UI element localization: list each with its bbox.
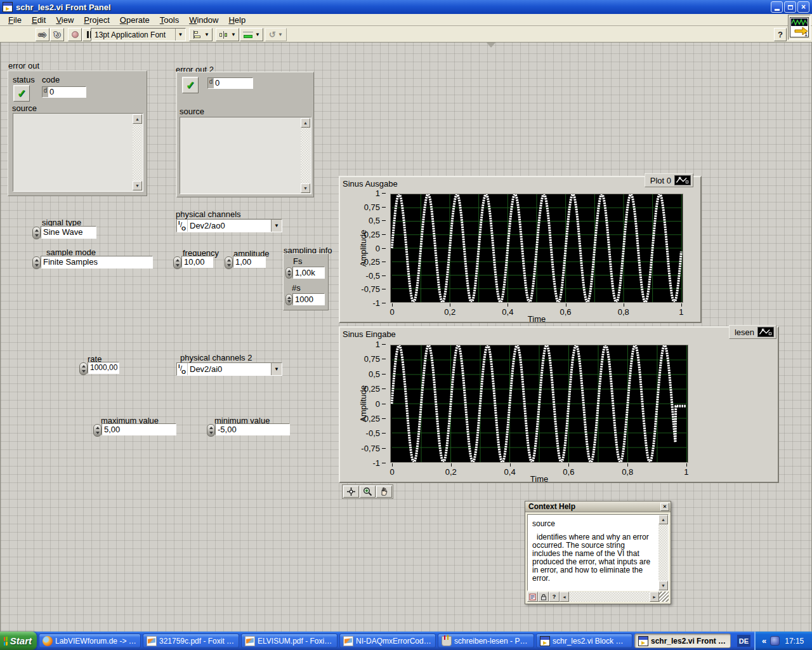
abort-button[interactable]	[68, 28, 82, 41]
taskbar-task-front-panel[interactable]: schr_les2.vi Front Pa...	[634, 633, 731, 648]
maximum-value-field[interactable]: 5,00	[102, 423, 176, 435]
taskbar-task-foxit-2[interactable]: ELVISUM.pdf - Foxit Re...	[241, 633, 337, 648]
scroll-down-icon[interactable]: ▼	[133, 181, 142, 190]
chevron-down-icon[interactable]: ▼	[271, 363, 282, 375]
menu-window[interactable]: Window	[185, 15, 223, 25]
reorder-button[interactable]: ↺ ▼	[265, 28, 287, 41]
lock-help-button[interactable]	[538, 592, 549, 602]
scrollbar-track[interactable]	[569, 592, 650, 602]
vertical-scrollbar[interactable]: ▲ ▼	[133, 114, 142, 190]
radix-indicator[interactable]: d	[208, 78, 214, 88]
tray-app-icon[interactable]	[770, 636, 780, 646]
scroll-up-icon[interactable]: ▲	[133, 114, 142, 124]
y-tick: 0,75	[358, 203, 386, 211]
signal-type-ring[interactable]: Sine Wave	[41, 226, 96, 239]
amplitude-stepper[interactable]	[225, 256, 233, 269]
chevron-down-icon[interactable]: ▼	[271, 220, 282, 232]
vi-icon[interactable]: 1	[788, 15, 811, 40]
fs-field[interactable]: 1,00k	[292, 267, 325, 279]
graph-palette	[342, 484, 393, 499]
run-continuously-button[interactable]: ↻	[50, 28, 64, 41]
scroll-down-icon[interactable]: ▼	[658, 581, 668, 590]
rate-field[interactable]: 1000,00	[88, 362, 119, 374]
radix-indicator[interactable]: d	[43, 87, 48, 97]
vi-icon-image: 1	[790, 17, 809, 37]
scroll-down-icon[interactable]: ▼	[301, 183, 310, 193]
taskbar-task-paint[interactable]: schreiben-lesen - Paint	[438, 633, 534, 648]
minimize-button[interactable]	[771, 1, 783, 13]
font-selector[interactable]: 13pt Application Font ▼	[91, 28, 186, 41]
fs-stepper[interactable]	[285, 267, 292, 279]
error-code-field[interactable]: d 0	[42, 86, 86, 98]
physical-channels-2-combo[interactable]: I/O Dev2/ai0 ▼	[176, 362, 282, 376]
context-help-titlebar[interactable]: Context Help ×	[525, 501, 671, 512]
error-2-status-indicator[interactable]: ✓	[182, 77, 199, 93]
pan-tool-button[interactable]	[376, 486, 392, 498]
start-button[interactable]: Start	[0, 632, 37, 650]
menu-operate[interactable]: Operate	[115, 15, 154, 25]
scroll-up-icon[interactable]: ▲	[301, 118, 310, 128]
menu-tools[interactable]: Tools	[155, 15, 183, 25]
error-2-code-field[interactable]: d 0	[207, 77, 253, 89]
task-label: schreiben-lesen - Paint	[454, 637, 530, 646]
close-icon[interactable]: ×	[660, 503, 669, 511]
clock[interactable]: 17:15	[785, 637, 804, 646]
taskbar-task-foxit-3[interactable]: NI-DAQmxErrorCodes.p...	[339, 633, 436, 648]
waveform-plot-area[interactable]	[390, 194, 683, 303]
horizontal-scrollbar[interactable]: ◄ ►	[560, 592, 659, 602]
physical-channels-combo[interactable]: I/O Dev2/ao0 ▼	[176, 219, 282, 232]
maximum-value-stepper[interactable]	[93, 424, 102, 437]
menu-file[interactable]: File	[4, 15, 26, 25]
sample-mode-stepper[interactable]	[32, 256, 41, 269]
tray-chevron-icon[interactable]: «	[762, 636, 766, 646]
align-objects-button[interactable]: ▼	[189, 28, 213, 41]
taskbar-task-foxit-1[interactable]: 321759c.pdf - Foxit Re...	[143, 633, 239, 648]
vertical-scrollbar[interactable]: ▲ ▼	[301, 118, 310, 193]
window-titlebar[interactable]: schr_les2.vi Front Panel ×	[0, 0, 812, 14]
resize-grip[interactable]	[659, 592, 669, 602]
ns-stepper[interactable]	[285, 294, 292, 305]
minimum-value-stepper[interactable]	[207, 424, 215, 437]
align-objects-icon	[192, 30, 202, 39]
rate-stepper[interactable]	[79, 362, 88, 375]
y-axis-ticks: 1 0,75 0,5 0,25 0 -0,25 -0,5 -0,75 -1	[358, 340, 386, 467]
io-icon: I/O	[177, 363, 188, 375]
ns-field[interactable]: 1000	[292, 293, 325, 305]
detailed-help-button[interactable]	[527, 592, 538, 602]
minimum-value-field[interactable]: -5,00	[215, 423, 290, 435]
resize-objects-button[interactable]: ▼	[240, 28, 263, 41]
context-help-toggle-button[interactable]: ?	[774, 28, 787, 41]
scroll-right-icon[interactable]: ►	[650, 592, 659, 602]
taskbar-task-block-diagram[interactable]: schr_les2.vi Block Diagram	[536, 633, 632, 648]
menu-help[interactable]: Help	[224, 15, 250, 25]
plot-legend-icon	[674, 175, 691, 185]
restore-button[interactable]	[784, 1, 796, 13]
taskbar-task-firefox[interactable]: LabVIEWforum.de -> N...	[39, 633, 141, 648]
scroll-up-icon[interactable]: ▲	[658, 515, 668, 524]
menu-view[interactable]: View	[51, 15, 78, 25]
language-indicator[interactable]: DE	[737, 635, 750, 647]
distribute-objects-button[interactable]: ▼	[216, 28, 239, 41]
waveform-plot-area[interactable]	[390, 345, 688, 463]
menu-edit[interactable]: Edit	[27, 15, 50, 25]
frequency-stepper[interactable]	[173, 256, 181, 269]
error-2-source-textarea[interactable]: ▲ ▼	[180, 117, 311, 194]
run-button[interactable]: ⇨	[36, 28, 49, 41]
cursor-move-tool-button[interactable]	[343, 486, 359, 498]
close-button[interactable]: ×	[797, 1, 809, 13]
scroll-left-icon[interactable]: ◄	[560, 592, 569, 602]
vertical-scrollbar[interactable]: ▲ ▼	[658, 515, 668, 590]
plot-legend[interactable]: lesen	[729, 325, 776, 339]
error-source-textarea[interactable]: ▲ ▼	[13, 113, 143, 192]
sample-mode-ring[interactable]: Finite Samples	[41, 256, 153, 269]
frequency-field[interactable]: 10,00	[181, 256, 213, 268]
signal-type-stepper[interactable]	[32, 227, 41, 239]
amplitude-field[interactable]: 1,00	[233, 256, 266, 268]
zoom-tool-button[interactable]	[360, 486, 376, 498]
plot-legend[interactable]: Plot 0	[645, 173, 693, 187]
help-button[interactable]: ?	[549, 592, 560, 602]
error-status-indicator[interactable]: ✓	[13, 85, 30, 102]
menu-project[interactable]: Project	[79, 15, 114, 25]
io-icon: I/O	[177, 220, 188, 232]
plot-legend-label: Plot 0	[650, 176, 671, 185]
